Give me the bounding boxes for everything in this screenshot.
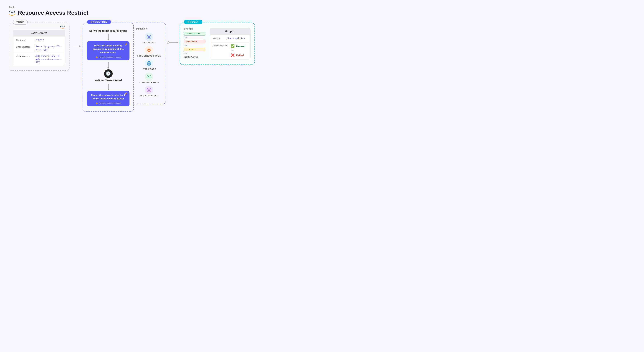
srm-probe-icon — [145, 86, 153, 94]
svg-marker-17 — [177, 42, 178, 44]
lock-icon-2: 🔒 — [96, 102, 98, 104]
tune-row-chaos: Chaos Details Security group IDs Rule ty… — [13, 43, 65, 53]
or-1: OR — [184, 36, 206, 39]
http-probe-icon — [145, 59, 153, 68]
status-queued: QUEUED — [184, 48, 206, 51]
failed-label: Failed — [236, 54, 244, 57]
output-card: Output Metrics chaos metrics Probe Resul… — [210, 28, 250, 60]
chaos-icon-2: ⚡ — [124, 92, 128, 96]
probes-section: PROBES K8S PROBE PROMETHEUS PROBE — [134, 22, 166, 104]
execution-section: EXECUTION Derive the target security gro… — [83, 22, 134, 112]
result-section: RESULT STATUS COMPLETED OR ERRORED OR QU… — [180, 22, 255, 65]
tune-to-execution-arrow — [70, 44, 83, 48]
probe-passed: ✅ Passed — [231, 44, 246, 48]
probes-label: PROBES — [136, 28, 162, 30]
tune-row-common: Common Region — [13, 36, 65, 43]
result-badge: RESULT — [184, 20, 202, 24]
probe-prometheus: PROMETHEUS PROBE — [136, 46, 162, 57]
probe-srm-label: SRM SLO PROBE — [140, 95, 158, 97]
page-title: Resource Access Restrict — [18, 10, 88, 16]
svg-marker-3 — [79, 45, 81, 47]
exec-arrow-2 — [108, 62, 108, 68]
probe-command: COMMAND PROBE — [136, 72, 162, 84]
output-header: Output — [210, 28, 250, 35]
lock-icon-1: 🔒 — [96, 56, 98, 58]
probe-connector-circle — [167, 42, 170, 44]
probe-k8s-label: K8S PROBE — [142, 42, 155, 44]
probe-failed: ❌ Failed — [231, 53, 246, 57]
or-2: OR — [184, 44, 206, 46]
execution-badge: EXECUTION — [87, 20, 111, 24]
probe-k8s: K8S PROBE — [136, 32, 162, 44]
probe-http: HTTP PROBE — [136, 59, 162, 70]
exec-step2-privilege: 🔒 Privilege access required — [90, 56, 126, 58]
exec-arrow-1 — [108, 34, 108, 40]
or-3: OR — [184, 52, 206, 54]
tune-aws-logo: aws — [60, 25, 65, 28]
output-probe-results-row: Probe Results ✅ Passed OR ❌ Failed — [210, 42, 250, 59]
check-icon: ✅ — [231, 44, 234, 48]
tune-badge: TUNE — [13, 20, 28, 24]
command-probe-icon — [145, 72, 153, 81]
probe-results-label: Probe Results — [213, 44, 228, 47]
probe-result-values: ✅ Passed OR ❌ Failed — [231, 44, 246, 57]
status-incompleted: INCOMPLETED — [184, 56, 206, 58]
tune-row-aws-secrets: AWS Secrets AWS access key ID AWS secret… — [13, 53, 65, 65]
passed-label: Passed — [236, 45, 246, 48]
svg-marker-5 — [148, 35, 150, 38]
prometheus-probe-icon — [145, 46, 153, 54]
exec-arrow-3 — [108, 84, 108, 89]
chaos-icon-1: ⚡ — [124, 43, 128, 46]
output-metrics-row: Metrics chaos metrics — [210, 35, 250, 42]
result-status-col: STATUS COMPLETED OR ERRORED OR QUEUED OR… — [184, 28, 206, 60]
user-inputs-card: User Inputs Common Region Chaos Details … — [13, 30, 65, 66]
svg-point-15 — [148, 89, 150, 91]
probe-prometheus-label: PROMETHEUS PROBE — [137, 55, 161, 57]
fault-label: Fault — [8, 6, 636, 9]
user-inputs-header: User Inputs — [13, 30, 65, 36]
exec-clock-icon: 🕐 — [104, 69, 113, 78]
probe-command-label: COMMAND PROBE — [139, 82, 159, 84]
exec-step2-text: Block the target security groups by remo… — [90, 44, 126, 54]
probe-to-result-arrow — [166, 40, 180, 45]
result-status-label: STATUS — [184, 28, 206, 30]
k8s-probe-icon — [145, 32, 153, 41]
status-errored: ERRORED — [184, 40, 206, 43]
aws-logo: aws — [8, 10, 16, 16]
exec-step4-box: ⚡ Revert the network rules back in the t… — [87, 91, 130, 106]
metrics-label: Metrics — [213, 37, 224, 40]
aws-logo-text: aws — [8, 10, 15, 14]
status-completed: COMPLETED — [184, 32, 206, 36]
exec-step4-text: Revert the network rules back in the tar… — [90, 94, 126, 100]
exec-step4-privilege: 🔒 Privilege access required — [90, 102, 126, 104]
probe-http-label: HTTP PROBE — [142, 68, 156, 70]
exec-step2-box: ⚡ Block the target security groups by re… — [87, 41, 130, 60]
probe-srm: SRM SLO PROBE — [136, 86, 162, 97]
metrics-value: chaos metrics — [227, 37, 245, 40]
exec-step3-label: Wait for Chaos Interval — [95, 79, 122, 82]
tune-section: TUNE aws User Inputs Common Region Chaos… — [8, 22, 70, 71]
probe-or: OR — [231, 50, 246, 52]
x-icon: ❌ — [231, 53, 234, 57]
exec-step1-title: Derive the target security group — [89, 30, 127, 32]
